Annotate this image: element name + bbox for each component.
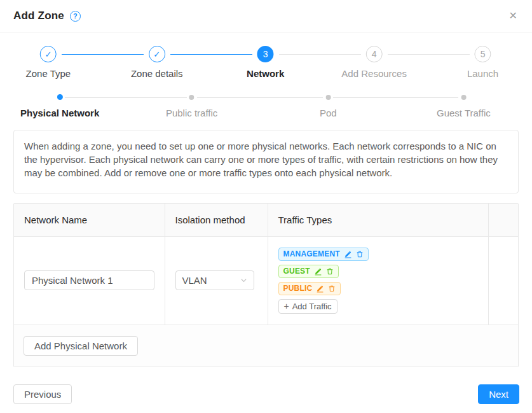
table-row: VLAN MANAGEMENT (14, 236, 518, 325)
traffic-types-cell: MANAGEMENT GUEST (268, 236, 488, 325)
isolation-method-cell: VLAN (165, 236, 268, 325)
substep-dot (57, 94, 63, 100)
column-header-network-name: Network Name (14, 204, 165, 236)
edit-icon[interactable] (344, 250, 352, 258)
substep-dot (325, 95, 331, 100)
delete-icon[interactable] (328, 284, 336, 293)
substep-pod: Pod (320, 95, 337, 118)
check-icon: ✓ (153, 50, 160, 59)
next-button[interactable]: Next (478, 384, 519, 404)
row-actions-cell (488, 236, 518, 325)
dialog-title: Add Zone (13, 10, 64, 22)
dialog-header: Add Zone ? ✕ (0, 0, 532, 32)
isolation-method-select[interactable]: VLAN (175, 270, 254, 290)
step-add-resources: 4 Add Resources (341, 46, 407, 79)
substep-label: Pod (320, 108, 337, 118)
wizard-steps: ✓ Zone Type ✓ Zone details 3 Network 4 A… (13, 46, 519, 87)
network-name-cell (14, 236, 165, 325)
traffic-tag-public: PUBLIC (278, 282, 341, 295)
substep-label: Guest Traffic (437, 108, 491, 118)
help-icon[interactable]: ? (70, 11, 81, 22)
traffic-tag-management: MANAGEMENT (278, 248, 369, 261)
table-header-row: Network Name Isolation method Traffic Ty… (14, 204, 518, 236)
table-footer: Add Physical Network (14, 325, 518, 367)
column-header-isolation-method: Isolation method (165, 204, 268, 236)
step-zone-details: ✓ Zone details (131, 46, 183, 79)
add-traffic-label: Add Traffic (292, 302, 332, 311)
substep-label: Public traffic (166, 108, 217, 118)
substep-physical-network: Physical Network (20, 95, 99, 118)
dialog-actions: Previous Next (13, 384, 519, 404)
close-icon[interactable]: ✕ (508, 10, 519, 22)
step-label: Add Resources (341, 68, 407, 79)
step-check-icon: ✓ (149, 46, 165, 62)
step-number: 4 (366, 46, 383, 62)
chevron-down-icon (240, 277, 247, 284)
network-substeps: Physical Network Public traffic Pod Gues… (13, 95, 519, 123)
plus-icon: + (284, 301, 289, 311)
step-zone-type: ✓ Zone Type (26, 46, 71, 79)
step-check-icon: ✓ (40, 46, 57, 62)
step-label: Zone Type (26, 68, 71, 79)
delete-icon[interactable] (356, 250, 364, 258)
column-header-actions (488, 204, 518, 236)
step-label: Zone details (131, 68, 183, 79)
step-label: Launch (467, 68, 498, 79)
step-launch: 5 Launch (467, 46, 498, 79)
add-physical-network-button[interactable]: Add Physical Network (24, 336, 138, 356)
substep-dot (189, 95, 194, 100)
edit-icon[interactable] (316, 284, 324, 293)
add-traffic-button[interactable]: + Add Traffic (278, 299, 338, 314)
traffic-tag-guest: GUEST (278, 265, 339, 278)
previous-button[interactable]: Previous (13, 384, 72, 404)
step-number: 3 (257, 46, 274, 62)
step-number: 5 (475, 46, 491, 62)
zone-info-text: When adding a zone, you need to set up o… (13, 130, 519, 193)
substep-public-traffic: Public traffic (166, 95, 217, 118)
step-label: Network (247, 68, 284, 79)
physical-network-table: Network Name Isolation method Traffic Ty… (13, 203, 519, 367)
delete-icon[interactable] (326, 267, 334, 276)
column-header-traffic-types: Traffic Types (268, 204, 488, 236)
substep-guest-traffic: Guest Traffic (437, 95, 491, 118)
network-name-input[interactable] (24, 270, 154, 290)
isolation-method-value: VLAN (182, 275, 207, 286)
substep-dot (461, 95, 466, 100)
edit-icon[interactable] (314, 267, 322, 276)
step-network: 3 Network (247, 46, 284, 79)
substep-label: Physical Network (20, 108, 99, 118)
check-icon: ✓ (44, 50, 51, 59)
